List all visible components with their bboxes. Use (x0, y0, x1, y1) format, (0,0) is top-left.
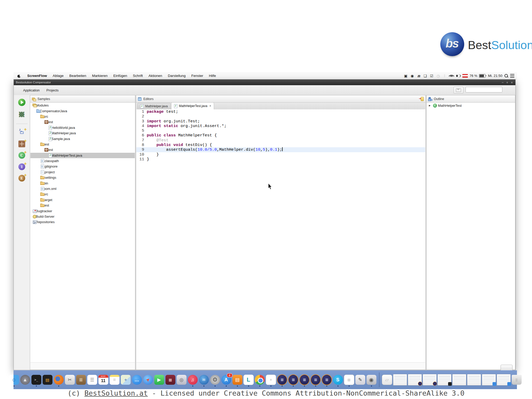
dock-app-store-icon[interactable]: A4 (221, 375, 231, 385)
tree-item-test-3[interactable]: ▼ test (30, 119, 135, 125)
tree-item-mathhelpertest-java-9[interactable]: MathHelperTest.java (30, 153, 135, 158)
dock-minimized-window-4[interactable] (437, 374, 451, 385)
maximize-button[interactable]: + (506, 81, 508, 84)
menu-item-aktionen[interactable]: Aktionen (146, 74, 165, 78)
code-line[interactable]: 3 import org.junit.Test; (136, 119, 425, 124)
dock-reminders-icon[interactable]: ☰ (87, 375, 97, 385)
dock-notes-icon[interactable]: ≡ (109, 375, 120, 385)
wifi-icon[interactable] (449, 74, 454, 78)
editor-horizontal-scrollbar[interactable] (136, 362, 425, 369)
dock-minimized-window-5[interactable] (452, 374, 466, 385)
dock-terminal-icon[interactable]: >_ (31, 375, 42, 385)
tree-item-test-7[interactable]: ▼ test (30, 142, 135, 147)
dock-eclipse-3-icon[interactable]: ≡ (299, 375, 310, 385)
outline-item-mathhelpertest[interactable]: ▶ C MathHelperTest (427, 103, 515, 108)
bluetooth-icon[interactable] (442, 74, 447, 78)
menu-item-markieren[interactable]: Markieren (89, 74, 110, 78)
dock-pen-tablet-icon[interactable]: ✎ (355, 375, 365, 385)
tree-item-test-8[interactable]: ▼ test (30, 147, 135, 152)
dock-chrome-icon[interactable] (255, 375, 265, 385)
menu-item-schrift[interactable]: Schrift (130, 74, 145, 78)
dock-skype-icon[interactable]: S (333, 375, 343, 385)
code-line[interactable]: 9 assertEquals(10.0/5.0,MathHelper.div(1… (136, 147, 425, 152)
dock-messages-icon[interactable]: … (132, 375, 142, 385)
tree-item-repositories-21[interactable]: ▶ Repositories (30, 219, 135, 225)
dock-thunderbird-icon[interactable]: ✉ (199, 375, 209, 385)
dock-photo-booth-icon[interactable]: ▦ (165, 375, 176, 385)
tree-item-src-16[interactable]: ▶ src (30, 191, 135, 197)
code-editor[interactable]: 1 package test; 2 3 import org.junit.Tes… (136, 109, 425, 363)
dock-facetime-icon[interactable]: ▶ (154, 375, 164, 385)
dock-lync-icon[interactable]: L (243, 375, 254, 385)
samples-panel-header[interactable]: Samples (30, 95, 135, 103)
screen-recorder-icon[interactable] (403, 74, 408, 78)
menubar-clock[interactable]: Mi. 21:50 (488, 74, 502, 78)
editors-panel-header[interactable]: Editors (136, 95, 425, 103)
flag-austria-icon[interactable] (462, 74, 468, 78)
samples-horizontal-scrollbar[interactable] (30, 362, 135, 369)
creative-cloud-icon[interactable] (410, 74, 415, 78)
n-app-icon[interactable] (416, 74, 421, 78)
tree-item-bugtracker-19[interactable]: ▶ Bugtracker (30, 208, 135, 214)
menu-item-fenster[interactable]: Fenster (189, 74, 206, 78)
dock-screenflow-icon[interactable]: ◉ (366, 375, 377, 385)
spotlight-search-icon[interactable] (504, 74, 508, 78)
tree-item-mathhelper-java-5[interactable]: MathHelper.java (30, 130, 135, 136)
tree-item-pom-xml-15[interactable]: pom.xml (30, 186, 135, 191)
new-java-file-button[interactable]: 🗀 (18, 129, 25, 136)
editor-tab-mathhelper-java[interactable]: MathHelper.java (137, 103, 171, 109)
tree-item-modules-0[interactable]: ▼ Modules (30, 103, 135, 108)
detach-editor-icon[interactable] (419, 97, 424, 101)
tree-item-sample-java-6[interactable]: Sample.java (30, 136, 135, 141)
window-titlebar[interactable]: Bestsolution Compensator − + × (14, 79, 515, 85)
dock-contacts-icon[interactable]: ≣ (76, 375, 86, 385)
code-line[interactable]: 4 import static org.junit.Assert.*; (136, 124, 425, 128)
dock-safari-icon[interactable]: ➤ (143, 375, 153, 385)
code-line[interactable]: 2 (136, 114, 425, 119)
dock-minimized-window-2[interactable] (408, 374, 422, 385)
tree-item-build-server-20[interactable]: ▶ Build-Server (30, 214, 135, 219)
tree-item-src-2[interactable]: ▼ src (30, 114, 135, 119)
mail-button[interactable] (454, 87, 463, 94)
close-button[interactable]: × (511, 81, 513, 84)
dock-eclipse-5-icon[interactable]: ≡ (322, 375, 332, 385)
code-line[interactable]: 11 } (136, 157, 425, 162)
tree-item-compensatorjava-1[interactable]: ▼ CompensatorJava (30, 108, 135, 114)
dock-minimized-window-3[interactable] (423, 374, 437, 385)
tree-item-classpath-10[interactable]: .classpath (30, 158, 135, 164)
bestsolution-link[interactable]: BestSolution.at (84, 389, 148, 397)
code-line[interactable]: 1 package test; (136, 109, 425, 114)
dock-minimized-window-8[interactable] (497, 374, 511, 385)
dock-textedit-icon[interactable]: ≡ (266, 375, 276, 385)
dock-app-switcher-icon[interactable]: ▤ (42, 375, 53, 385)
tree-item-helloworld-java-4[interactable]: HelloWorld.java (30, 125, 135, 130)
menu-item-bearbeiten[interactable]: Bearbeiten (66, 74, 89, 78)
run-button[interactable] (18, 99, 25, 106)
dock-launchpad-icon[interactable]: ▲ (20, 375, 30, 385)
menu-item-darstellung[interactable]: Darstellung (165, 74, 188, 78)
dock-eclipse-1-icon[interactable]: ≡ (277, 375, 287, 385)
dock-minimized-window-6[interactable] (467, 374, 481, 385)
dock-eclipse-2-icon[interactable]: ≡ (288, 375, 298, 385)
code-line[interactable]: 7 @Test (136, 138, 425, 143)
tab-close-icon[interactable]: × (209, 104, 211, 108)
minimize-button[interactable]: − (502, 81, 504, 84)
volume-icon[interactable] (456, 74, 461, 78)
dock-trash-icon[interactable]: ▒ (511, 375, 522, 385)
dock-calendar-icon[interactable]: MÄR11 (98, 375, 109, 385)
editor-tab-mathhelpertest-java[interactable]: MathHelperTest.java × (171, 102, 214, 109)
displays-icon[interactable] (423, 74, 428, 78)
dock-maps-icon[interactable]: ⌖ (121, 375, 131, 385)
menu-item-screenflow[interactable]: ScreenFlow (24, 74, 50, 78)
new-interface-button[interactable]: I (18, 163, 25, 170)
notification-list-icon[interactable] (510, 74, 514, 78)
new-enum-button[interactable]: E (18, 175, 25, 182)
new-class-button[interactable]: C (18, 152, 25, 159)
dock-eclipse-4-icon[interactable]: ≡ (310, 375, 321, 385)
new-package-button[interactable] (18, 141, 25, 147)
tree-item-target-17[interactable]: ▶ target (30, 197, 135, 203)
menu-item-ablage[interactable]: Ablage (50, 74, 66, 78)
code-line[interactable]: 5 (136, 128, 425, 133)
tree-item-test-18[interactable]: ▶ test (30, 203, 135, 208)
menu-item-einf-gen[interactable]: Einfügen (110, 74, 130, 78)
